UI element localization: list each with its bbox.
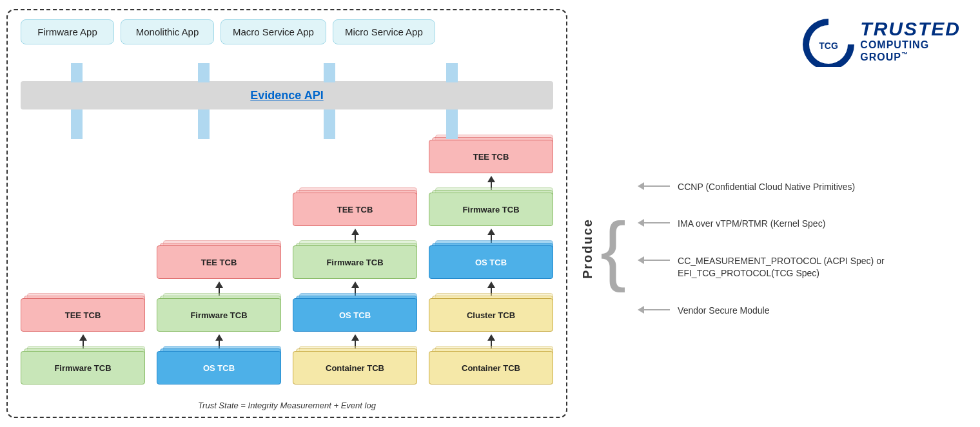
arrow-col1-api-down <box>71 109 83 139</box>
fw-tcb-col2: Firmware TCB <box>157 298 281 332</box>
tee-tcb-col2-label: TEE TCB <box>157 245 281 279</box>
tee-tcb-col3: TEE TCB <box>293 193 417 226</box>
os-tcb-col2: OS TCB <box>157 351 281 384</box>
svg-text:TCG: TCG <box>819 41 839 51</box>
arrow-cc <box>638 256 670 264</box>
annotation-ccnp-text: CCNP (Confidential Cloud Native Primitiv… <box>678 181 855 194</box>
evidence-api-bar: Evidence API <box>21 81 553 109</box>
app-label-monolithic: Monolithic App <box>121 19 214 44</box>
arrow-col3-down <box>324 63 335 82</box>
fw-tcb-col3: Firmware TCB <box>293 245 417 279</box>
tcg-computing-text: COMPUTING <box>860 39 929 51</box>
tee-tcb-col2: TEE TCB <box>157 245 281 279</box>
annotation-ccnp: CCNP (Confidential Cloud Native Primitiv… <box>638 181 961 194</box>
container-tcb-col3-label: Container TCB <box>293 351 417 384</box>
cluster-tcb-col4-label: Cluster TCB <box>429 298 553 332</box>
arrow-col4-api-down <box>446 109 458 139</box>
tee-tcb-col3-label: TEE TCB <box>293 193 417 226</box>
tcg-group-text: GROUP™ <box>860 51 908 64</box>
arrow-ima <box>638 219 670 227</box>
tee-tcb-col1: TEE TCB <box>21 298 145 332</box>
annotation-cc-text: CC_MEASUREMENT_PROTOCOL (ACPI Spec) or E… <box>678 255 961 280</box>
columns-area: TEE TCB Firmware TCB <box>21 113 553 384</box>
annotation-ima: IMA over vTPM/RTMR (Kernel Spec) <box>638 218 961 231</box>
arrow-col2-api-down <box>198 109 210 139</box>
arrow-vendor <box>638 306 670 314</box>
tee-tcb-col4: TEE TCB <box>429 140 553 173</box>
annotation-vendor-text: Vendor Secure Module <box>678 305 769 318</box>
annotations-list: CCNP (Confidential Cloud Native Primitiv… <box>631 181 961 318</box>
container-tcb-col4: Container TCB <box>429 351 553 384</box>
fw-tcb-col1: Firmware TCB <box>21 351 145 384</box>
produce-label: Produce <box>580 218 595 279</box>
col-micro-inner: TEE TCB Firmware TCB <box>429 140 553 384</box>
main-container: Firmware App Monolithic App Macro Servic… <box>0 0 980 427</box>
tee-tcb-col1-label: TEE TCB <box>21 298 145 332</box>
os-tcb-col3: OS TCB <box>293 298 417 332</box>
produce-annotations-container: Produce { CCNP (Confidential Cloud Nativ… <box>580 86 961 412</box>
container-tcb-col3: Container TCB <box>293 351 417 384</box>
annotation-ima-text: IMA over vTPM/RTMR (Kernel Spec) <box>678 218 825 231</box>
os-tcb-col3-label: OS TCB <box>293 298 417 332</box>
col-micro: TEE TCB Firmware TCB <box>429 113 553 384</box>
arrow-col1-down <box>71 63 83 82</box>
arrow-ccnp <box>638 182 670 190</box>
arrow-col3-api-down <box>324 109 335 139</box>
right-panel: TCG TRUSTED COMPUTING GROUP™ Produce <box>567 9 974 418</box>
col-macro: TEE TCB Firmware TCB <box>293 113 417 384</box>
curly-brace: { <box>600 211 626 288</box>
col-firmware-inner: TEE TCB Firmware TCB <box>21 298 145 384</box>
diagram-area: Firmware App Monolithic App Macro Servic… <box>6 9 567 418</box>
fw-tcb-col3-label: Firmware TCB <box>293 245 417 279</box>
fw-tcb-col4: Firmware TCB <box>429 193 553 226</box>
fw-tcb-col4-label: Firmware TCB <box>429 193 553 226</box>
evidence-api-text: Evidence API <box>250 89 323 102</box>
tcg-trusted-text: TRUSTED <box>860 19 961 39</box>
fw-tcb-col1-label: Firmware TCB <box>21 351 145 384</box>
arrow-col4-down <box>446 63 458 82</box>
annotation-cc: CC_MEASUREMENT_PROTOCOL (ACPI Spec) or E… <box>638 255 961 280</box>
cluster-tcb-col4: Cluster TCB <box>429 298 553 332</box>
tee-tcb-col4-label: TEE TCB <box>429 140 553 173</box>
app-label-firmware: Firmware App <box>21 19 114 44</box>
col-firmware: TEE TCB Firmware TCB <box>21 113 145 384</box>
tcg-logo: TCG TRUSTED COMPUTING GROUP™ <box>580 15 961 67</box>
container-tcb-col4-label: Container TCB <box>429 351 553 384</box>
col-monolithic: TEE TCB Firmware TCB <box>157 113 281 384</box>
os-tcb-col4-label: OS TCB <box>429 245 553 279</box>
os-tcb-col2-label: OS TCB <box>157 351 281 384</box>
app-labels-row: Firmware App Monolithic App Macro Servic… <box>21 19 553 44</box>
fw-tcb-col2-label: Firmware TCB <box>157 298 281 332</box>
col-monolithic-inner: TEE TCB Firmware TCB <box>157 245 281 384</box>
app-label-micro: Micro Service App <box>333 19 435 44</box>
bottom-note: Trust State = Integrity Measurement + Ev… <box>8 401 566 410</box>
col-macro-inner: TEE TCB Firmware TCB <box>293 193 417 384</box>
os-tcb-col4: OS TCB <box>429 245 553 279</box>
tcg-circle-svg: TCG <box>799 15 858 67</box>
app-label-macro: Macro Service App <box>220 19 326 44</box>
annotation-vendor: Vendor Secure Module <box>638 305 961 318</box>
arrow-col2-down <box>198 63 210 82</box>
